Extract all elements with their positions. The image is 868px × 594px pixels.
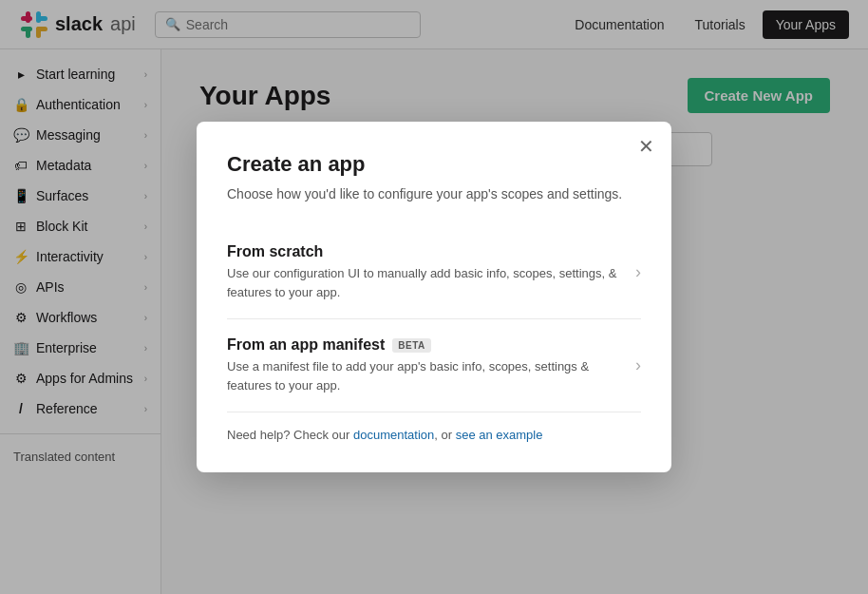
modal-footer: Need help? Check our documentation, or s… <box>227 428 641 442</box>
option-from-manifest-desc: Use a manifest file to add your app's ba… <box>227 357 624 394</box>
option-from-manifest-title: From an app manifest BETA <box>227 336 624 354</box>
modal-close-button[interactable]: ✕ <box>638 137 654 156</box>
option-from-manifest-content: From an app manifest BETA Use a manifest… <box>227 336 624 394</box>
modal-overlay[interactable]: ✕ Create an app Choose how you'd like to… <box>0 0 868 594</box>
modal-footer-text: Need help? Check our <box>227 428 353 442</box>
modal-title: Create an app <box>227 152 641 177</box>
option-from-scratch[interactable]: From scratch Use our configuration UI to… <box>227 226 641 319</box>
beta-badge: BETA <box>392 338 430 353</box>
see-an-example-link[interactable]: see an example <box>456 428 543 442</box>
chevron-right-icon: › <box>635 355 641 375</box>
option-from-scratch-title: From scratch <box>227 243 624 260</box>
documentation-link[interactable]: documentation <box>353 428 434 442</box>
option-from-manifest[interactable]: From an app manifest BETA Use a manifest… <box>227 319 641 412</box>
modal-footer-separator: , or <box>434 428 455 442</box>
create-app-modal: ✕ Create an app Choose how you'd like to… <box>197 122 671 472</box>
modal-subtitle: Choose how you'd like to configure your … <box>227 186 641 201</box>
option-from-scratch-desc: Use our configuration UI to manually add… <box>227 264 624 301</box>
chevron-right-icon: › <box>635 262 641 282</box>
option-from-scratch-content: From scratch Use our configuration UI to… <box>227 243 624 301</box>
